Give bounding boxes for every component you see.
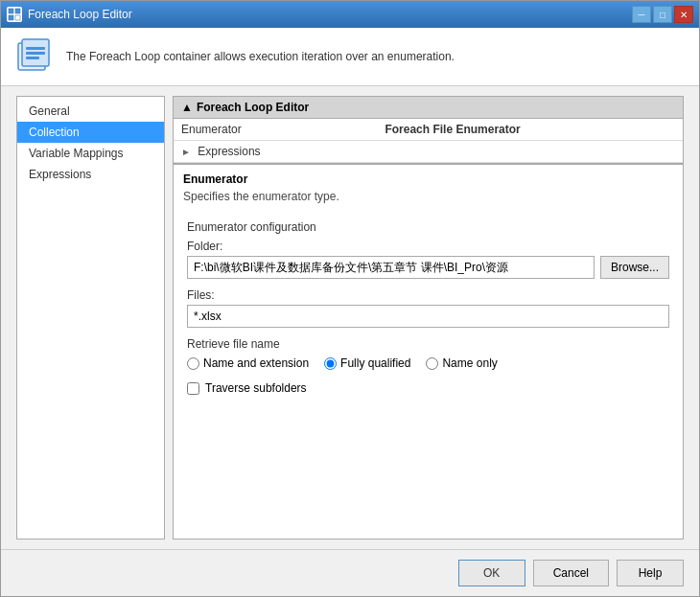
retrieve-label: Retrieve file name <box>187 337 669 351</box>
radio-fully-qualified-label: Fully qualified <box>340 356 410 370</box>
header-description: The Foreach Loop container allows execut… <box>66 50 455 63</box>
folder-label: Folder: <box>187 240 669 253</box>
window-icon <box>7 7 22 22</box>
enumerator-value: Foreach File Enumerator <box>377 119 683 141</box>
traverse-subfolders-checkbox[interactable] <box>187 382 199 395</box>
expand-arrow-icon: ► <box>181 147 191 157</box>
cancel-button[interactable]: Cancel <box>533 560 609 586</box>
title-bar: Foreach Loop Editor ─ □ ✕ <box>1 1 699 28</box>
svg-rect-1 <box>15 9 20 13</box>
maximize-button[interactable]: □ <box>653 6 672 23</box>
main-window: Foreach Loop Editor ─ □ ✕ The Foreach Lo… <box>0 0 700 597</box>
properties-title: Foreach Loop Editor <box>197 101 309 114</box>
header-area: The Foreach Loop container allows execut… <box>1 28 699 86</box>
description-title: Enumerator <box>183 172 673 186</box>
radio-fully-qualified-input[interactable] <box>324 357 337 370</box>
files-input[interactable] <box>187 305 669 328</box>
folder-input[interactable] <box>187 256 595 279</box>
footer: OK Cancel Help <box>1 549 699 596</box>
svg-rect-7 <box>26 52 45 55</box>
ok-button[interactable]: OK <box>458 560 525 586</box>
radio-name-extension-label: Name and extension <box>203 356 309 370</box>
minimize-button[interactable]: ─ <box>632 6 651 23</box>
properties-header: ▲ Foreach Loop Editor <box>174 97 683 119</box>
radio-fully-qualified[interactable]: Fully qualified <box>324 356 410 370</box>
header-icon <box>16 37 55 76</box>
files-label: Files: <box>187 288 669 302</box>
svg-rect-2 <box>9 15 13 20</box>
table-row-expressions: ► Expressions <box>174 141 683 163</box>
enumerator-key: Enumerator <box>174 119 377 141</box>
help-button[interactable]: Help <box>617 560 684 586</box>
close-button[interactable]: ✕ <box>674 6 693 23</box>
properties-table: Enumerator Foreach File Enumerator ► Exp… <box>174 119 683 163</box>
content-area: General Collection Variable Mappings Exp… <box>1 86 699 549</box>
title-bar-left: Foreach Loop Editor <box>7 7 132 22</box>
radio-name-extension-input[interactable] <box>187 357 199 370</box>
radio-name-extension[interactable]: Name and extension <box>187 356 309 370</box>
title-controls: ─ □ ✕ <box>632 6 693 23</box>
svg-rect-3 <box>15 15 20 20</box>
svg-rect-6 <box>26 47 45 50</box>
svg-rect-8 <box>26 57 39 59</box>
collapse-arrow-icon: ▲ <box>181 101 193 114</box>
expressions-cell: ► Expressions <box>174 141 377 163</box>
right-panel: ▲ Foreach Loop Editor Enumerator Foreach… <box>173 96 684 540</box>
config-section: Enumerator configuration Folder: Browse.… <box>174 211 683 404</box>
expressions-value <box>377 141 683 163</box>
nav-item-general[interactable]: General <box>17 101 164 122</box>
left-nav: General Collection Variable Mappings Exp… <box>16 96 165 540</box>
radio-name-only-input[interactable] <box>426 357 438 370</box>
section-label: Enumerator configuration <box>187 220 669 234</box>
traverse-subfolders-row[interactable]: Traverse subfolders <box>187 381 669 395</box>
folder-row: Browse... <box>187 256 669 279</box>
radio-name-only[interactable]: Name only <box>426 356 497 370</box>
table-row-enumerator: Enumerator Foreach File Enumerator <box>174 119 683 141</box>
nav-item-expressions[interactable]: Expressions <box>17 164 164 185</box>
traverse-subfolders-label: Traverse subfolders <box>205 381 307 395</box>
description-box: Enumerator Specifies the enumerator type… <box>174 163 683 211</box>
radio-group: Name and extension Fully qualified Name … <box>187 356 669 370</box>
nav-item-collection[interactable]: Collection <box>17 122 164 143</box>
browse-button[interactable]: Browse... <box>600 256 669 279</box>
svg-rect-0 <box>9 9 13 13</box>
description-text: Specifies the enumerator type. <box>183 190 673 203</box>
window-title: Foreach Loop Editor <box>28 8 132 21</box>
nav-item-variable-mappings[interactable]: Variable Mappings <box>17 143 164 164</box>
radio-name-only-label: Name only <box>442 356 497 370</box>
